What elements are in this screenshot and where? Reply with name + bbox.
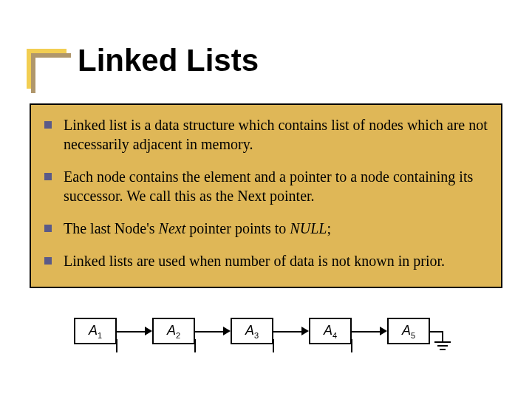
list-node: A2 (152, 318, 195, 344)
pointer-arrow (117, 331, 145, 332)
pointer-arrow (273, 331, 301, 332)
deco-square-mask (35, 58, 80, 102)
pointer-arrow (195, 331, 223, 332)
bullet-text: Linked lists are used when number of dat… (64, 251, 488, 270)
ground-bar (437, 345, 448, 347)
bullet-item: The last Node's Next pointer points to N… (44, 219, 488, 238)
slide-title: Linked Lists (78, 43, 259, 78)
square-bullet-icon (44, 225, 52, 232)
ground-bar (434, 341, 451, 343)
bullet-text: The last Node's Next pointer points to N… (64, 219, 488, 238)
bullet-item: Linked lists are used when number of dat… (44, 251, 488, 270)
title-decoration (27, 49, 66, 89)
arrowhead-icon (301, 327, 309, 335)
bullet-text: Linked list is a data structure which co… (64, 115, 488, 154)
content-box: Linked list is a data structure which co… (30, 103, 502, 288)
list-node: A4 (309, 318, 352, 344)
slide: Linked Lists Linked list is a data struc… (0, 0, 532, 399)
arrowhead-icon (223, 327, 231, 335)
bullet-item: Linked list is a data structure which co… (44, 115, 488, 154)
pointer-arrow (352, 331, 380, 332)
bullet-item: Each node contains the element and a poi… (44, 167, 488, 205)
pointer-origin-tick (116, 339, 117, 352)
bullet-text: Each node contains the element and a poi… (64, 167, 488, 205)
pointer-origin-tick (351, 339, 352, 352)
pointer-origin-tick (273, 339, 274, 352)
ground-bar (440, 349, 446, 350)
square-bullet-icon (44, 173, 52, 180)
square-bullet-icon (44, 257, 52, 265)
arrowhead-icon (145, 327, 152, 335)
square-bullet-icon (44, 121, 52, 129)
ground-stem-h (430, 331, 442, 332)
ground-stem-v (442, 331, 443, 341)
arrowhead-icon (380, 327, 387, 335)
pointer-origin-tick (194, 339, 196, 352)
linked-list-diagram: A1A2A3A4A5 (74, 318, 488, 362)
list-node: A1 (74, 318, 117, 344)
list-node: A5 (387, 318, 430, 344)
list-node: A3 (231, 318, 273, 344)
